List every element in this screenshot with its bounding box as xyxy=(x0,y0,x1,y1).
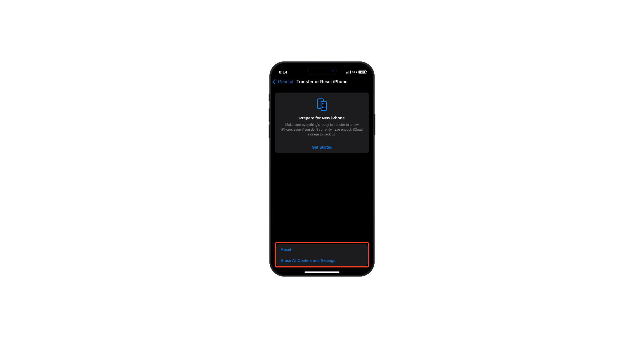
phone-frame: 8:14 5G 83 General Transfer or Reset iPh… xyxy=(269,61,375,277)
power-button xyxy=(374,114,375,135)
card-title: Prepare for New iPhone xyxy=(279,116,365,120)
svg-point-16 xyxy=(323,109,324,109)
svg-point-15 xyxy=(322,109,323,109)
mute-switch xyxy=(269,94,270,101)
svg-point-13 xyxy=(323,107,324,108)
back-label: General xyxy=(278,79,293,84)
status-right: 5G 83 xyxy=(346,70,366,74)
highlight-box: Reset Erase All Content and Settings xyxy=(275,242,369,268)
svg-point-10 xyxy=(323,106,324,107)
stage: 8:14 5G 83 General Transfer or Reset iPh… xyxy=(0,0,644,338)
signal-icon xyxy=(346,71,351,74)
svg-point-12 xyxy=(322,107,323,108)
svg-point-3 xyxy=(322,103,323,104)
options-list: Reset Erase All Content and Settings xyxy=(276,244,368,266)
svg-point-14 xyxy=(325,107,325,108)
dynamic-island xyxy=(307,67,337,75)
svg-point-8 xyxy=(325,104,325,105)
svg-point-9 xyxy=(322,106,323,107)
volume-down xyxy=(269,124,270,138)
battery-level: 83 xyxy=(361,71,364,73)
back-button[interactable]: General xyxy=(271,79,293,84)
volume-up xyxy=(269,108,270,122)
get-started-button[interactable]: Get Started xyxy=(275,141,369,153)
svg-point-4 xyxy=(323,103,324,104)
svg-point-11 xyxy=(325,106,325,107)
prepare-card: Prepare for New iPhone Make sure everyth… xyxy=(275,93,369,153)
content: Prepare for New iPhone Make sure everyth… xyxy=(271,89,373,275)
chevron-left-icon xyxy=(272,79,278,84)
erase-all-button[interactable]: Erase All Content and Settings xyxy=(276,255,368,266)
svg-point-7 xyxy=(323,104,324,105)
network-label: 5G xyxy=(352,70,357,74)
battery-icon: 83 xyxy=(358,70,366,74)
bottom-section: Reset Erase All Content and Settings xyxy=(275,242,369,268)
screen: 8:14 5G 83 General Transfer or Reset iPh… xyxy=(271,63,373,275)
transfer-phones-icon xyxy=(279,97,365,112)
svg-point-5 xyxy=(325,103,325,104)
home-indicator[interactable] xyxy=(305,271,339,273)
camera-icon xyxy=(332,69,334,72)
card-body: Prepare for New iPhone Make sure everyth… xyxy=(275,93,369,141)
reset-button[interactable]: Reset xyxy=(276,244,368,255)
svg-point-6 xyxy=(322,104,323,105)
card-description: Make sure everything's ready to transfer… xyxy=(279,122,365,137)
svg-point-17 xyxy=(325,109,325,109)
status-time: 8:14 xyxy=(279,70,287,74)
